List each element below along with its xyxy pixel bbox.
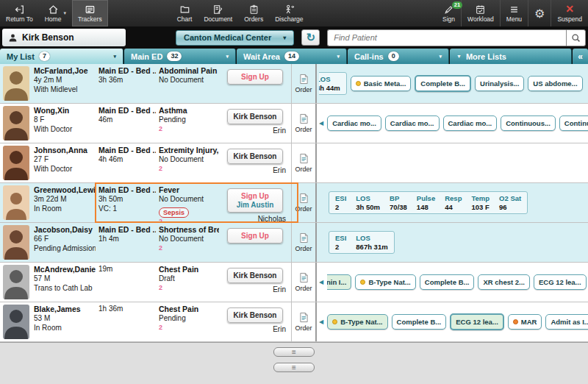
results-chip[interactable]: Cardiac mo... (443, 115, 498, 131)
collapse-panel-button[interactable]: « (573, 49, 588, 64)
results-chip[interactable]: Complete B... (392, 314, 447, 330)
facility-name: Canton Medical Center (184, 33, 271, 42)
user-icon (8, 33, 18, 43)
results-chip[interactable]: B-Type Nat... (327, 314, 387, 330)
chevron-down-icon[interactable]: ▾ (439, 54, 442, 60)
toolbar-item-home[interactable]: Home ▾ (39, 0, 72, 26)
patient-row[interactable]: McAndrew,Daniel 57 M Trans to Cath Lab 1… (0, 263, 588, 302)
patient-row[interactable]: Blake,James 53 M In Room 1h 36m Chest Pa… (0, 302, 588, 342)
results-chip[interactable]: Urinalysis... (475, 76, 524, 91)
facility-dropdown[interactable]: Canton Medical Center ▾ (176, 30, 294, 46)
scroll-left-icon[interactable]: ◀ (319, 319, 323, 325)
results-chip[interactable]: Cardiac mo... (385, 115, 440, 131)
results-chip[interactable]: Admit as I... (545, 314, 588, 330)
provider-button[interactable]: Kirk Benson (227, 268, 283, 283)
provider-button[interactable]: Kirk Benson (227, 109, 283, 124)
order-button[interactable]: Order (291, 302, 315, 341)
patient-demographics: 57 M (34, 274, 93, 284)
toolbar-item-sign[interactable]: 21 Sign (437, 0, 461, 26)
patient-name: Blake,James (34, 305, 93, 314)
signup-button[interactable]: Sign Up (227, 69, 283, 85)
results-chip[interactable]: onin I... (327, 274, 351, 290)
chip-label: Basic Meta... (364, 79, 406, 88)
patient-row[interactable]: Wong,Xin 8 F With Doctor Main ED - Bed .… (0, 104, 588, 143)
results-chip[interactable]: Continuous... (559, 115, 588, 131)
results-chip[interactable]: Cardiac mo... (327, 115, 381, 131)
toolbar-item-suspend[interactable]: ✕ Suspend (551, 0, 588, 26)
results-chip[interactable]: ECG 12 lea... (534, 274, 587, 290)
tab-more-lists[interactable]: ▼ More Lists (450, 49, 572, 64)
chevron-down-icon[interactable]: ▾ (226, 54, 229, 60)
toolbar-item-return-to[interactable]: Return To (0, 0, 39, 26)
patient-info-cell: McAndrew,Daniel 57 M Trans to Cath Lab (31, 263, 96, 302)
order-button[interactable]: Order (291, 143, 315, 182)
search-button[interactable] (566, 29, 586, 46)
order-button[interactable]: Order (291, 223, 315, 262)
scroll-left-icon[interactable]: ◀ (319, 279, 323, 285)
signup-label: Sign Up (241, 192, 269, 200)
toolbar-item-orders[interactable]: Orders (238, 0, 269, 26)
chip-label: US abdome... (533, 79, 577, 88)
results-chip[interactable]: Complete B... (420, 274, 475, 290)
action-cell: Kirk Benson Erin (219, 263, 291, 302)
tab-call-ins[interactable]: Call-ins 0 ▾ (348, 49, 449, 64)
toolbar-item-menu[interactable]: Menu (501, 0, 528, 26)
tab-main-ed[interactable]: Main ED 32 ▾ (124, 49, 236, 64)
chevron-down-icon[interactable]: ▾ (63, 10, 66, 16)
order-button[interactable]: Order (291, 263, 315, 302)
patient-row[interactable]: Johnson,Anna 27 F With Doctor Main ED - … (0, 143, 588, 183)
results-chip[interactable]: Continuous... (501, 115, 556, 131)
provider-button[interactable]: Kirk Benson (227, 149, 283, 164)
order-button[interactable]: Order (291, 183, 315, 222)
patient-row[interactable]: McFarland,Joe 4y 2m M With Midlevel Main… (0, 64, 588, 104)
provider-button[interactable]: Kirk Benson (227, 307, 283, 323)
toolbar-item-trackers[interactable]: Trackers (72, 0, 108, 26)
toolbar-item-workload[interactable]: Workload (462, 0, 500, 26)
patient-track-board: McFarland,Joe 4y 2m M With Midlevel Main… (0, 64, 588, 342)
chevron-down-icon[interactable]: ▾ (113, 54, 116, 60)
results-chip[interactable]: XR chest 2... (478, 274, 530, 290)
tab-my-list[interactable]: My List 7 ▾ (0, 49, 123, 64)
order-label: Order (295, 245, 312, 252)
refresh-button[interactable]: ↻ (301, 29, 320, 46)
sepsis-flag: Sepsis (159, 207, 189, 218)
gear-icon: ⚙ (534, 8, 545, 19)
chip-label: Cardiac mo... (390, 119, 434, 127)
search-input[interactable] (327, 29, 566, 46)
results-panel: ◀ B-Type Nat... Complete B... ECG 12 lea… (315, 302, 588, 341)
tab-count-badge: 7 (39, 51, 50, 61)
signup-button[interactable]: Sign Up Jim Austin (227, 188, 283, 213)
patient-los: 1h 4m (98, 235, 153, 244)
chip-label: Continuous... (506, 119, 551, 127)
results-chip[interactable]: US abdome... (528, 76, 582, 91)
signup-button[interactable]: Sign Up (227, 228, 283, 243)
results-chip[interactable]: MAR (508, 314, 542, 330)
toolbar-item-discharge[interactable]: Discharge (269, 0, 309, 26)
results-chip[interactable]: B-Type Nat... (355, 274, 415, 290)
patient-row[interactable]: Jacobson,Daisy 66 F Pending Admission Ma… (0, 223, 588, 263)
chief-complaint: Shortness of Bre... (159, 225, 216, 235)
chevron-down-icon[interactable]: ▾ (337, 54, 340, 60)
toolbar-item-document[interactable]: Document (198, 0, 238, 26)
toolbar-item-settings[interactable]: ⚙ (528, 0, 551, 26)
order-icon (299, 232, 309, 243)
location-cell: Main ED - Bed ... 3h 50m VC: 1 (96, 183, 156, 222)
results-chip[interactable]: ECG 12 lea... (450, 313, 504, 330)
patient-location: Main ED - Bed ... (98, 185, 153, 195)
results-chip[interactable]: Basic Meta... (351, 76, 412, 91)
order-button[interactable]: Order (291, 64, 315, 103)
tab-wait-area[interactable]: Wait Area 14 ▾ (237, 49, 347, 64)
results-chip[interactable]: Complete B... (415, 75, 471, 92)
current-user-chip[interactable]: Kirk Benson (2, 29, 126, 46)
list-h-scrollbar-thumb[interactable]: ≡ (273, 347, 315, 357)
chip-label: Complete B... (420, 79, 465, 88)
toolbar-label: Orders (244, 15, 263, 23)
complaint-cell: Fever No Document Sepsis 2 (156, 183, 219, 222)
order-button[interactable]: Order (291, 104, 315, 143)
grip-icon: ≡ (292, 364, 296, 371)
scroll-left-icon[interactable]: ◀ (319, 120, 323, 127)
panel-h-scrollbar-thumb[interactable]: ≡ (273, 363, 315, 372)
location-cell: Main ED - Bed ... 1h 4m (96, 223, 156, 262)
patient-row-selected[interactable]: Greenwood,Lewis 3m 22d M In Room Main ED… (0, 183, 588, 223)
toolbar-item-chart[interactable]: Chart (171, 0, 198, 26)
